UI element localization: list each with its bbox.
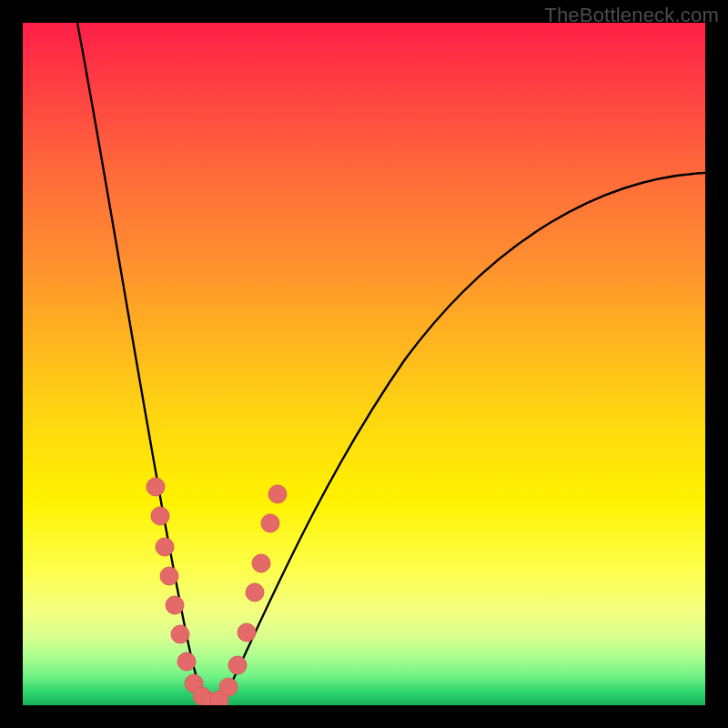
data-point xyxy=(166,596,184,614)
data-point xyxy=(268,485,287,503)
bottleneck-curve-svg xyxy=(23,23,705,705)
data-point xyxy=(252,554,270,572)
data-point xyxy=(151,507,169,525)
data-point xyxy=(177,652,196,671)
data-point xyxy=(156,538,174,556)
data-point xyxy=(261,514,279,532)
benchmark-points xyxy=(147,478,287,705)
data-point xyxy=(171,625,189,643)
data-point xyxy=(219,678,238,696)
data-point xyxy=(228,656,247,674)
chart-frame: TheBottleneck.com xyxy=(0,0,728,728)
data-point xyxy=(147,478,165,496)
data-point xyxy=(246,583,264,602)
watermark-text: TheBottleneck.com xyxy=(544,4,719,27)
plot-area xyxy=(23,23,705,705)
data-point xyxy=(238,623,256,642)
data-point xyxy=(160,567,178,585)
